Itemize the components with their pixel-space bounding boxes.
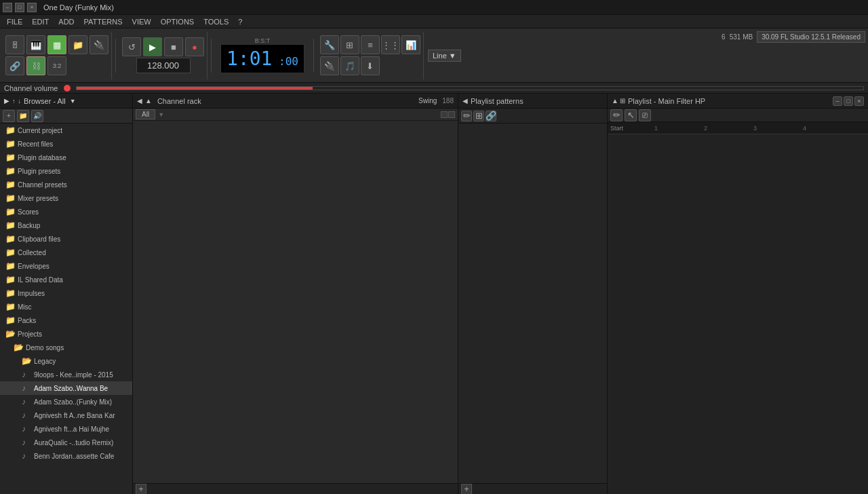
menu-add[interactable]: ADD [54,16,78,27]
sidebar-label-3: Plugin presets [18,168,60,175]
sidebar-speaker-btn[interactable]: 🔊 [31,110,43,122]
midi-icon[interactable]: 🎵 [340,56,359,75]
menu-help[interactable]: ? [234,16,246,27]
sidebar-item-14[interactable]: 📁 Packs [0,314,132,327]
sidebar-item-2[interactable]: 📁 Plugin database [0,151,132,164]
sidebar-item-16[interactable]: 📂 Demo songs [0,341,132,354]
pattern-tool-2[interactable]: ⊞ [473,111,484,121]
line-mode-dropdown[interactable]: Line ▼ [428,50,461,62]
sidebar-label-18: 9loops - Kee..imple - 2015 [34,371,113,379]
sidebar-item-7[interactable]: 📁 Backup [0,218,132,232]
stop-button[interactable]: ■ [164,37,183,56]
mixer-icon[interactable]: 🎚 [5,35,24,54]
sidebar-label-14: Packs [18,317,36,324]
menu-tools[interactable]: TOOLS [199,16,233,27]
piano-icon[interactable]: 🎹 [26,35,45,54]
loop-button[interactable]: ↺ [122,37,141,56]
pl-max-btn[interactable]: □ [844,96,853,106]
menu-options[interactable]: OPTIONS [157,16,199,27]
pattern-selector[interactable]: All [136,109,155,119]
download-icon[interactable]: ⬇ [361,56,380,75]
pl-close-btn[interactable]: × [854,96,864,106]
sidebar-item-9[interactable]: 📁 Collected [0,246,132,259]
pl-tool-eraser[interactable]: ⎚ [639,109,651,121]
step-seq-icon[interactable]: ▦ [47,35,66,54]
menu-file[interactable]: FILE [3,16,26,27]
pattern-tool-3[interactable]: 🔗 [486,111,496,121]
pl-min-btn[interactable]: – [833,96,842,106]
sidebar-item-8[interactable]: 📁 Clipboard files [0,232,132,246]
pattern-icon[interactable]: ⊞ [340,35,359,54]
sidebar-item-22[interactable]: ♪ Agnivesh ft...a Hai Mujhe [0,422,132,436]
rack-db-dn[interactable] [448,111,455,118]
snap-icon[interactable]: 🔧 [320,35,339,54]
rack-body [133,121,458,483]
pattern-tool-1[interactable]: ✏ [461,111,472,121]
sidebar-icon-3: 📁 [5,166,15,176]
mixer2-icon[interactable]: ≡ [361,35,380,54]
sidebar-label-21: Agnivesh ft A..ne Bana Kar [34,412,115,419]
mode32-btn[interactable]: 3:2 [47,56,66,75]
play-button[interactable]: ▶ [143,37,162,56]
sidebar-item-13[interactable]: 📁 Misc [0,300,132,314]
sidebar-item-3[interactable]: 📁 Plugin presets [0,164,132,178]
rack-swing-label: Swing [418,97,437,104]
sidebar-tools: + 📁 🔊 [0,109,132,124]
sidebar-item-18[interactable]: ♪ 9loops - Kee..imple - 2015 [0,368,132,381]
sidebar-label-8: Clipboard files [18,235,60,243]
sidebar-item-10[interactable]: 📁 Envelopes [0,259,132,273]
sidebar-item-21[interactable]: ♪ Agnivesh ft A..ne Bana Kar [0,408,132,422]
link-icon[interactable]: 🔗 [5,56,24,75]
sidebar-item-11[interactable]: 📁 IL Shared Data [0,273,132,286]
volume-slider[interactable] [76,86,865,90]
sidebar-item-19[interactable]: ♪ Adam Szabo..Wanna Be [0,381,132,395]
menu-edit[interactable]: EDIT [28,16,53,27]
plugin-icon[interactable]: 🔌 [90,35,108,54]
sidebar-item-17[interactable]: 📂 Legacy [0,354,132,368]
maximize-button[interactable]: □ [15,3,24,12]
sidebar-icon-7: 📁 [5,221,15,230]
menu-view[interactable]: VIEW [128,16,155,27]
sidebar-item-1[interactable]: 📁 Recent files [0,137,132,151]
close-button[interactable]: × [27,3,37,12]
add-channel-btn[interactable]: + [136,484,146,495]
toolbar-right: 🔧 ⊞ ≡ ⋮⋮ 📊 🔌 🎵 ⬇ [317,32,424,79]
sidebar-label-7: Backup [18,222,40,229]
sidebar-item-15[interactable]: 📂 Projects [0,327,132,341]
perf-icon[interactable]: 📊 [401,35,420,54]
browser-icon[interactable]: 📁 [68,35,87,54]
channel-rack: ◀ ▲ Channel rack Swing 188 All ▼ + [133,94,458,494]
pl-tool-cursor[interactable]: ↖ [625,109,637,121]
sidebar-add-btn[interactable]: + [3,110,15,122]
sidebar-item-5[interactable]: 📁 Mixer presets [0,191,132,205]
routing-icon[interactable]: ⋮⋮ [381,35,400,54]
sidebar-item-6[interactable]: 📁 Scores [0,205,132,218]
sidebar-item-23[interactable]: ♪ AuraQualic -..tudio Remix) [0,436,132,449]
sidebar-label-9: Collected [18,249,46,256]
sidebar-folder-btn[interactable]: 📁 [17,110,29,122]
line-mode-label: Line [433,52,447,60]
minimize-button[interactable]: – [3,3,12,12]
pattern-section: ◀ Playlist patterns ✏ ⊞ 🔗 + [458,94,608,494]
sidebar-item-4[interactable]: 📁 Channel presets [0,178,132,191]
plugin2-icon[interactable]: 🔌 [320,56,339,75]
sidebar-icon-1: 📁 [5,139,15,149]
sidebar-item-0[interactable]: 📁 Current project [0,124,132,137]
sidebar-icon-24: ♪ [22,451,31,461]
sidebar-item-20[interactable]: ♪ Adam Szabo..(Funky Mix) [0,395,132,408]
pl-tool-pencil[interactable]: ✏ [610,109,623,121]
sidebar-item-12[interactable]: 📁 Impulses [0,286,132,300]
memory-label: 531 MB [730,33,753,41]
rack-db-up[interactable] [441,111,448,118]
sidebar-label-2: Plugin database [18,154,66,162]
sidebar-label-19: Adam Szabo..Wanna Be [34,385,108,392]
sidebar-item-24[interactable]: ♪ Benn Jordan..assette Cafe [0,449,132,463]
sidebar-icon-13: 📁 [5,302,15,311]
add-pattern-btn[interactable]: + [461,484,472,495]
browser-title: Browser - All [24,97,66,105]
record-button[interactable]: ● [185,37,204,56]
sidebar-icon-23: ♪ [22,438,31,447]
bpm-display[interactable]: 128.000 [136,58,191,73]
chain-icon[interactable]: ⛓ [26,56,45,75]
menu-patterns[interactable]: PATTERNS [80,16,127,27]
